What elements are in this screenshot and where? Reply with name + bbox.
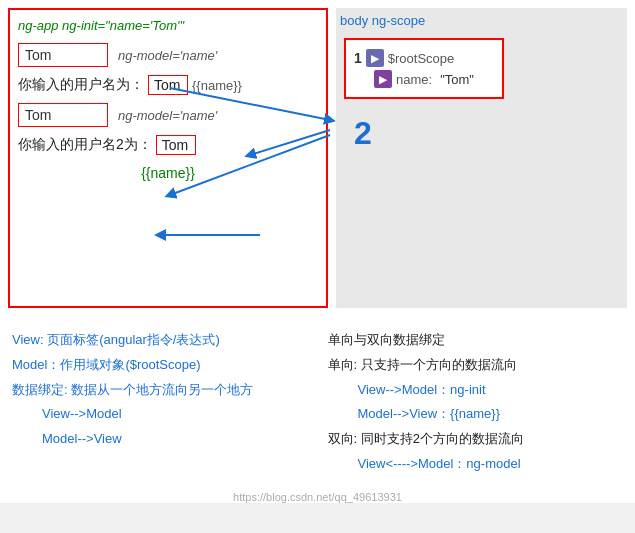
scope-item-1: 1 ▶ $rootScope <box>354 49 494 67</box>
input-row-2: ng-model='name' <box>18 103 318 127</box>
input-name-2[interactable] <box>18 103 108 127</box>
user-text-2: 你输入的用户名2为： Tom <box>18 135 318 155</box>
bottom-right-item-5: View<---->Model：ng-model <box>328 454 624 475</box>
bottom-left-item-5: Model-->View <box>12 429 308 450</box>
bottom-left-item-4: View-->Model <box>12 404 308 425</box>
name-value-label: "Tom" <box>440 72 474 87</box>
user-value-1: Tom <box>148 75 188 95</box>
scope-item-2: ▶ name: "Tom" <box>374 70 494 88</box>
root-scope-label: $rootScope <box>388 51 455 66</box>
user-label-2: 你输入的用户名2为： <box>18 136 152 154</box>
left-panel: ng-app ng-init="name='Tom'" ng-model='na… <box>8 8 328 308</box>
bottom-section: View: 页面标签(angular指令/表达式) Model：作用域对象($r… <box>0 310 635 487</box>
ng-model-label-1: ng-model='name' <box>118 48 217 63</box>
user-value-2: Tom <box>156 135 196 155</box>
scope-tree: 1 ▶ $rootScope ▶ name: "Tom" <box>344 38 504 99</box>
name-icon: ▶ <box>374 70 392 88</box>
user-text-1: 你输入的用户名为： Tom {{name}} <box>18 75 318 95</box>
root-scope-icon: ▶ <box>366 49 384 67</box>
ng-model-label-2: ng-model='name' <box>118 108 217 123</box>
bottom-right-item-1: 单向: 只支持一个方向的数据流向 <box>328 355 624 376</box>
bottom-left-item-2: Model：作用域对象($rootScope) <box>12 355 308 376</box>
num-badge-1: 1 <box>354 50 362 66</box>
right-panel: body ng-scope 1 ▶ $rootScope ▶ name: "To… <box>336 8 627 308</box>
bottom-right-item-4: 双向: 同时支持2个方向的数据流向 <box>328 429 624 450</box>
bottom-right-item-3: Model-->View：{{name}} <box>328 404 624 425</box>
input-name-1[interactable] <box>18 43 108 67</box>
bottom-left-item-3: 数据绑定: 数据从一个地方流向另一个地方 <box>12 380 308 401</box>
ng-app-label: ng-app ng-init="name='Tom'" <box>18 18 318 33</box>
user-label-1: 你输入的用户名为： <box>18 76 144 94</box>
expression-bottom: {{name}} <box>18 165 318 181</box>
expression-1: {{name}} <box>192 78 242 93</box>
bottom-right-item-2: View-->Model：ng-init <box>328 380 624 401</box>
bottom-right-title: 单向与双向数据绑定 <box>328 330 624 351</box>
bottom-left: View: 页面标签(angular指令/表达式) Model：作用域对象($r… <box>12 326 308 479</box>
watermark: https://blog.csdn.net/qq_49613931 <box>0 491 635 503</box>
body-ng-scope-label: body ng-scope <box>340 13 425 28</box>
bottom-left-item-1: View: 页面标签(angular指令/表达式) <box>12 330 308 351</box>
bottom-right: 单向与双向数据绑定 单向: 只支持一个方向的数据流向 View-->Model：… <box>328 326 624 479</box>
num-badge-2: 2 <box>354 115 372 151</box>
name-key-label: name: <box>396 72 432 87</box>
input-row-1: ng-model='name' <box>18 43 318 67</box>
